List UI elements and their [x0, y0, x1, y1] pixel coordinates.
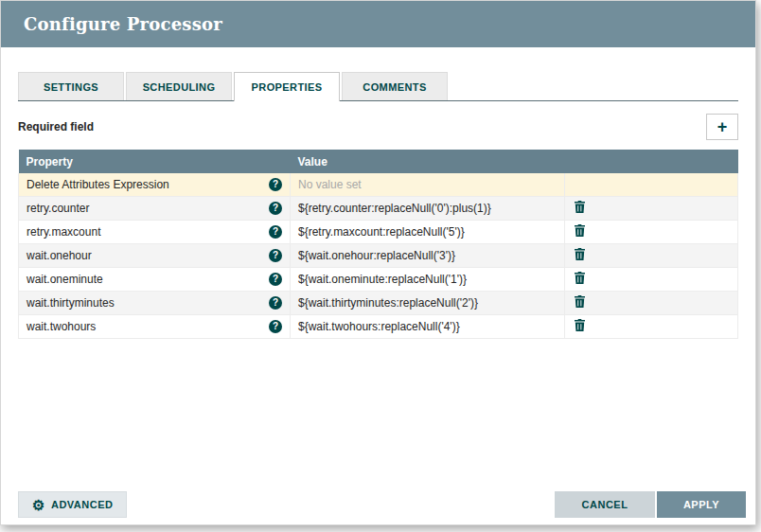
trash-icon [575, 224, 585, 237]
cancel-button[interactable]: CANCEL [555, 491, 655, 518]
table-row[interactable]: wait.thirtyminutes?${wait.thirtyminutes:… [19, 291, 738, 314]
property-actions-cell [565, 220, 738, 243]
property-name: Delete Attributes Expression [27, 178, 169, 191]
property-actions-cell [565, 173, 738, 196]
help-icon: ? [269, 178, 282, 191]
property-name-cell[interactable]: wait.onehour? [19, 243, 291, 267]
table-row[interactable]: retry.maxcount?${retry.maxcount:replaceN… [19, 220, 738, 243]
tab-scheduling[interactable]: SCHEDULING [126, 72, 232, 100]
delete-property-button[interactable] [573, 201, 585, 213]
dialog-header: Configure Processor [1, 1, 755, 47]
properties-toolbar: Required field + [18, 114, 738, 140]
trash-icon [575, 295, 585, 308]
property-value-cell[interactable]: ${wait.onehour:replaceNull('3')} [291, 243, 565, 267]
properties-table-body: Delete Attributes Expression?No value se… [19, 173, 738, 338]
property-value-cell[interactable]: No value set [291, 173, 565, 196]
property-name: wait.thirtyminutes [27, 296, 115, 310]
help-icon: ? [269, 249, 282, 262]
property-name-cell[interactable]: wait.thirtyminutes? [19, 291, 291, 314]
column-header-property: Property [19, 150, 291, 173]
tab-bar: SETTINGSSCHEDULINGPROPERTIESCOMMENTS [18, 72, 738, 101]
trash-icon [575, 248, 585, 260]
property-actions-cell [565, 291, 738, 314]
plus-icon: + [717, 118, 728, 135]
help-icon: ? [269, 202, 282, 215]
table-header-row: Property Value [19, 150, 738, 173]
property-name-cell[interactable]: Delete Attributes Expression? [19, 173, 291, 196]
trash-icon [575, 201, 585, 213]
property-name-cell[interactable]: retry.counter? [19, 196, 291, 220]
property-name: wait.twohours [27, 320, 96, 333]
column-header-actions [565, 150, 738, 173]
property-actions-cell [565, 196, 738, 220]
property-value-cell[interactable]: ${wait.twohours:replaceNull('4')} [291, 314, 565, 338]
property-value-cell[interactable]: ${wait.thirtyminutes:replaceNull('2')} [291, 291, 565, 314]
tab-settings[interactable]: SETTINGS [18, 72, 124, 100]
help-icon: ? [269, 225, 282, 239]
dialog-footer: ⚙ ADVANCED CANCEL APPLY [1, 491, 755, 524]
help-icon: ? [269, 296, 282, 310]
property-name-cell[interactable]: wait.oneminute? [19, 267, 291, 291]
apply-button[interactable]: APPLY [657, 491, 746, 518]
delete-property-button[interactable] [573, 248, 585, 260]
tab-comments[interactable]: COMMENTS [342, 72, 448, 100]
property-value-cell[interactable]: ${retry.maxcount:replaceNull('5')} [291, 220, 565, 243]
advanced-button-label: ADVANCED [51, 499, 114, 510]
delete-property-button[interactable] [573, 224, 585, 237]
delete-property-button[interactable] [573, 295, 585, 308]
table-row[interactable]: wait.twohours?${wait.twohours:replaceNul… [19, 314, 738, 338]
configure-processor-dialog: Configure Processor SETTINGSSCHEDULINGPR… [0, 0, 756, 525]
footer-actions: CANCEL APPLY [555, 491, 746, 518]
property-name: wait.oneminute [27, 273, 103, 286]
table-row[interactable]: wait.oneminute?${wait.oneminute:replaceN… [19, 267, 738, 291]
tab-properties[interactable]: PROPERTIES [234, 72, 340, 101]
property-actions-cell [565, 314, 738, 338]
advanced-button[interactable]: ⚙ ADVANCED [18, 491, 127, 518]
gear-icon: ⚙ [32, 498, 45, 512]
delete-property-button[interactable] [573, 272, 585, 284]
properties-table: Property Value Delete Attributes Express… [18, 150, 738, 339]
property-name-cell[interactable]: wait.twohours? [19, 314, 291, 338]
trash-icon [575, 272, 585, 284]
dialog-title: Configure Processor [24, 14, 222, 34]
trash-icon [575, 319, 585, 331]
column-header-value: Value [291, 150, 565, 173]
property-actions-cell [565, 243, 738, 267]
property-value-cell[interactable]: ${wait.oneminute:replaceNull('1')} [291, 267, 565, 291]
table-row[interactable]: wait.onehour?${wait.onehour:replaceNull(… [19, 243, 738, 267]
delete-property-button[interactable] [573, 319, 585, 331]
property-name: retry.counter [27, 202, 89, 215]
property-name: retry.maxcount [27, 225, 100, 239]
property-name-cell[interactable]: retry.maxcount? [19, 220, 291, 243]
required-field-label: Required field [18, 120, 94, 133]
table-row[interactable]: retry.counter?${retry.counter:replaceNul… [19, 196, 738, 220]
property-actions-cell [565, 267, 738, 291]
help-icon: ? [269, 273, 282, 286]
property-name: wait.onehour [27, 249, 92, 262]
table-row[interactable]: Delete Attributes Expression?No value se… [19, 173, 738, 196]
help-icon: ? [269, 320, 282, 333]
dialog-body: SETTINGSSCHEDULINGPROPERTIESCOMMENTS Req… [1, 47, 755, 491]
property-value-cell[interactable]: ${retry.counter:replaceNull('0'):plus(1)… [291, 196, 565, 220]
add-property-button[interactable]: + [706, 114, 738, 140]
